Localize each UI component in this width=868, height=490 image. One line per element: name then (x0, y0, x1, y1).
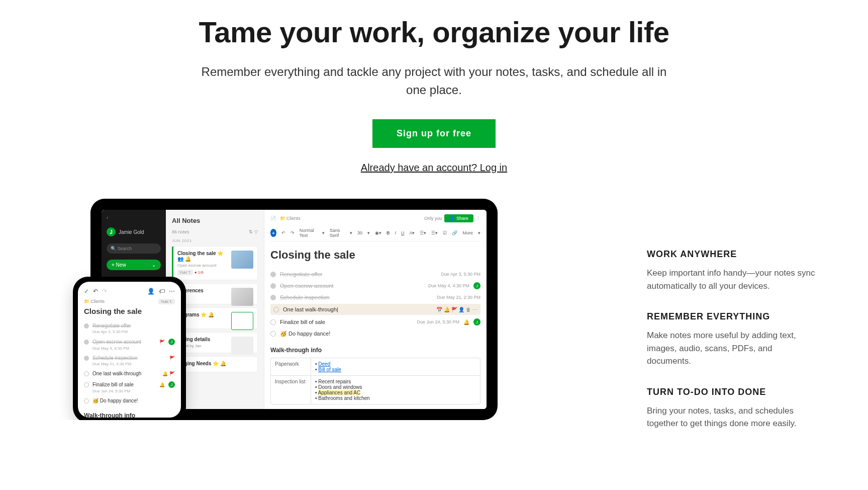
underline-icon[interactable]: U (401, 230, 405, 235)
feature-heading: REMEMBER EVERYTHING (647, 311, 818, 322)
task-checkbox[interactable] (84, 382, 89, 387)
task-due: Due Jun 24, 5:30 PM (92, 389, 175, 393)
user-profile[interactable]: J Jamie Gold (107, 227, 161, 236)
task-checkbox[interactable] (84, 356, 89, 361)
task-row[interactable]: Finalize bill of saleDue Jun 24, 5:30 PM… (270, 316, 480, 328)
more-icon[interactable]: ⋮ (476, 216, 480, 221)
phone-note-title: Closing the sale (84, 307, 175, 315)
task-row[interactable]: One last walk-through|📅 🔔 🚩 👤 🗑 ⋯ (270, 304, 480, 315)
signup-button[interactable]: Sign up for free (372, 119, 496, 148)
undo-icon[interactable]: ↶ (93, 288, 98, 295)
font-select[interactable]: Sans Serif (330, 228, 345, 238)
task-label: One last walk-through| (283, 306, 432, 312)
undo-icon[interactable]: ↶ (281, 230, 285, 235)
phone-section: Walk-through info (84, 412, 175, 418)
italic-icon[interactable]: I (395, 230, 396, 235)
feature-block: TURN TO-DO INTO DONE Bring your notes, t… (647, 387, 818, 430)
table-link[interactable]: Deed (318, 361, 330, 367)
note-thumbnail (231, 251, 253, 269)
more-icon[interactable]: ⋯ (169, 288, 175, 295)
bold-icon[interactable]: B (387, 230, 390, 235)
phone-tag: Yuki T. (158, 299, 175, 304)
task-due: Due Jun 24, 5:30 PM (417, 319, 459, 324)
visibility-label: Only you (424, 216, 442, 221)
task-label: Open escrow account (92, 339, 156, 345)
back-icon[interactable]: ‹ (107, 215, 161, 220)
table-label: Inspection list (271, 376, 311, 404)
phone-task-row[interactable]: 🥳 Do happy dance! (84, 395, 175, 406)
search-input[interactable]: 🔍 Search (107, 243, 161, 254)
login-link[interactable]: Already have an account? Log in (10, 162, 858, 174)
number-list-icon[interactable]: ☰▾ (431, 230, 438, 235)
check-icon[interactable]: ✓ (84, 288, 89, 295)
task-checkbox[interactable] (273, 307, 279, 312)
task-checkbox[interactable] (270, 319, 276, 325)
editor-toolbar: + ↶ ↷ Normal Text▾ Sans Serif▾ 30▾ ◉▾ B … (270, 225, 480, 241)
link-icon[interactable]: 🔗 (452, 230, 457, 235)
task-checkbox[interactable] (84, 340, 89, 345)
task-due: Due May 21, 2:30 PM (437, 295, 480, 300)
feature-body: Make notes more useful by adding text, i… (647, 329, 818, 368)
note-editor: 📄 📁 Clients Only you 👤 Share ⋮ + ↶ ↷ Nor… (264, 210, 487, 409)
task-label: Schedule inspection (92, 355, 166, 361)
task-label: Open escrow account (280, 283, 424, 289)
task-label: Finalize bill of sale (92, 382, 156, 387)
tag-icon[interactable]: 🏷 (159, 288, 165, 295)
info-table: Paperwork Deed Bill of sale Inspection l… (270, 358, 480, 404)
phone-screen: ✓ ↶ ↷ 👤 🏷 ⋯ 📁 Clients Yuki T. Closing th… (78, 282, 181, 418)
task-due: Due Apr 3, 5:30 PM (92, 330, 175, 334)
phone-breadcrumb[interactable]: Clients (91, 299, 105, 304)
task-checkbox[interactable] (84, 323, 89, 329)
more-format-button[interactable]: More (462, 230, 473, 235)
month-divider: JUN 2021 (172, 238, 258, 243)
filter-icon[interactable]: ⇅ ▽ (249, 229, 258, 234)
task-row[interactable]: 🥳 Do happy dance! (270, 328, 480, 340)
task-row[interactable]: Renegotiate offerDue Apr 3, 5:30 PM (270, 269, 480, 280)
hero-title: Tame your work, organize your life (10, 15, 858, 49)
task-checkbox[interactable] (84, 371, 89, 376)
note-title[interactable]: Closing the sale (270, 249, 480, 262)
task-due: Due May 21, 2:30 PM (92, 362, 175, 366)
device-mockups: ‹ J Jamie Gold 🔍 Search + New⌄ All Notes… (50, 199, 607, 420)
section-heading: Walk-through info (270, 347, 480, 354)
highlight-icon[interactable]: A▾ (409, 230, 415, 235)
task-label: One last walk-through (92, 371, 159, 376)
hero-subtitle: Remember everything and tackle any proje… (193, 63, 676, 99)
note-count: 86 notes (172, 229, 189, 234)
task-due: Due Apr 3, 5:30 PM (441, 272, 480, 277)
task-label: Schedule inspection (280, 294, 433, 300)
notelist-heading: All Notes (172, 217, 258, 224)
assignee-badge: J (473, 318, 480, 325)
redo-icon[interactable]: ↷ (291, 230, 295, 235)
share-button[interactable]: 👤 Share (444, 214, 473, 222)
table-link[interactable]: Bill of sale (318, 367, 341, 372)
note-thumbnail (231, 312, 253, 330)
phone-frame: ✓ ↶ ↷ 👤 🏷 ⋯ 📁 Clients Yuki T. Closing th… (73, 277, 186, 420)
assignee-badge: J (473, 282, 480, 289)
task-row[interactable]: Open escrow accountDue May 4, 4:30 PMJ (270, 280, 480, 292)
user-add-icon[interactable]: 👤 (147, 288, 155, 295)
task-checkbox[interactable] (84, 398, 89, 403)
note-card[interactable]: Closing the sale ⭐ 👥 🔔 Open escrow accou… (172, 246, 258, 280)
feature-block: WORK ANYWHERE Keep important info handy—… (647, 249, 818, 292)
breadcrumb[interactable]: Clients (286, 216, 301, 221)
assignee-badge: J (168, 381, 175, 388)
text-style-select[interactable]: Normal Text (300, 228, 317, 238)
task-label: 🥳 Do happy dance! (92, 398, 175, 403)
task-checkbox[interactable] (270, 331, 276, 337)
task-row[interactable]: Schedule inspectionDue May 21, 2:30 PM (270, 292, 480, 303)
insert-button[interactable]: + (270, 229, 276, 237)
checklist-icon[interactable]: ☑ (443, 230, 447, 235)
redo-icon[interactable]: ↷ (102, 288, 107, 295)
user-name: Jamie Gold (119, 229, 144, 235)
bullet-list-icon[interactable]: ☰▾ (420, 230, 426, 235)
color-icon[interactable]: ◉▾ (375, 230, 381, 235)
task-checkbox[interactable] (270, 295, 276, 300)
task-checkbox[interactable] (270, 272, 276, 277)
task-checkbox[interactable] (270, 283, 276, 289)
phone-task-row[interactable]: One last walk-through🔔 🚩 (84, 368, 175, 379)
feature-block: REMEMBER EVERYTHING Make notes more usef… (647, 311, 818, 368)
task-label: 🥳 Do happy dance! (280, 331, 480, 337)
new-note-button[interactable]: + New⌄ (107, 260, 161, 270)
font-size-select[interactable]: 30 (357, 230, 362, 235)
